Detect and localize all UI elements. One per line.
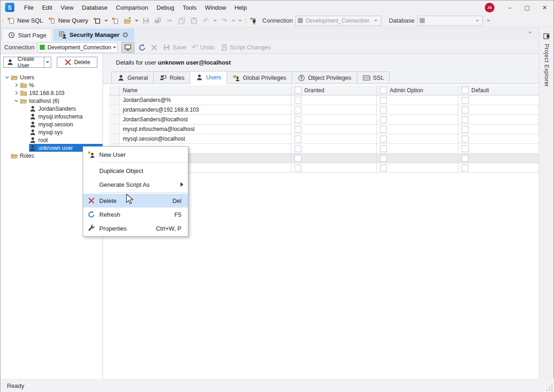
tab-start-page[interactable]: Start Page — [2, 29, 52, 41]
context-menu-item-refresh[interactable]: RefreshF5 — [83, 208, 188, 221]
minimize-button[interactable]: – — [501, 0, 518, 14]
admin-checkbox[interactable] — [380, 126, 387, 133]
default-checkbox[interactable] — [462, 145, 469, 152]
cancel-button[interactable] — [148, 42, 160, 53]
show-connection-toggle[interactable] — [121, 42, 134, 53]
menu-debug[interactable]: Debug — [152, 2, 178, 13]
admin-checkbox[interactable] — [380, 107, 387, 113]
granted-checkbox[interactable] — [295, 165, 301, 172]
tree-item-mysql-sys[interactable]: mysql.sys — [0, 128, 102, 136]
granted-checkbox[interactable] — [295, 145, 301, 152]
granted-checkbox[interactable] — [295, 136, 301, 143]
save-changes-button[interactable]: Save — [160, 43, 189, 52]
context-menu-item-delete[interactable]: DeleteDel — [83, 194, 188, 208]
menu-help[interactable]: Help — [230, 2, 251, 13]
tree-item-192-168-8-103[interactable]: 192.168.8.103 — [0, 89, 102, 97]
admin-checkbox[interactable] — [380, 145, 387, 152]
granted-checkbox[interactable] — [295, 126, 301, 133]
context-menu-item-properties[interactable]: PropertiesCtrl+W, P — [83, 221, 188, 235]
connection-bar-combo[interactable]: Development_Connection — [37, 42, 118, 53]
tab-list-dropdown-icon[interactable] — [528, 32, 532, 34]
granted-checkbox[interactable] — [295, 116, 301, 123]
undo-button[interactable]: ↶ — [200, 15, 212, 26]
admin-header-checkbox[interactable] — [380, 87, 387, 94]
admin-checkbox[interactable] — [380, 165, 387, 172]
resize-grip[interactable] — [546, 384, 553, 391]
toolbar-grip[interactable]: ⁞ — [2, 18, 3, 24]
menu-edit[interactable]: Edit — [38, 2, 56, 13]
granted-header-checkbox[interactable] — [295, 87, 301, 94]
connection-combo[interactable]: Development_Connection — [295, 16, 381, 26]
maximize-button[interactable]: ▢ — [518, 0, 536, 14]
undo-changes-button[interactable]: ↶ Undo — [189, 43, 217, 52]
tree-item-root[interactable]: root — [0, 136, 102, 144]
connection-plug-button[interactable] — [247, 15, 259, 26]
column-header-granted[interactable]: Granted — [291, 85, 377, 95]
default-checkbox[interactable] — [462, 116, 469, 123]
project-explorer-strip[interactable]: Project Explorer — [539, 27, 554, 379]
new-query-button[interactable]: New Query — [46, 16, 91, 26]
collapse-arrow-icon[interactable] — [3, 74, 11, 81]
toolbar-overflow-icon[interactable] — [238, 20, 242, 22]
menu-tools[interactable]: Tools — [178, 2, 200, 13]
copy-button[interactable] — [176, 15, 188, 26]
cut-button[interactable]: ✂ — [164, 15, 176, 26]
collapse-arrow-icon[interactable] — [12, 97, 20, 105]
context-menu-item-generate-script-as[interactable]: Generate Script As — [83, 178, 188, 191]
close-tab-icon[interactable] — [122, 32, 129, 38]
table-row[interactable]: JordanSanders@% — [109, 95, 540, 105]
new-sql-button[interactable]: New SQL — [5, 16, 46, 26]
tree-item-localhost-6[interactable]: localhost (6) — [0, 97, 102, 105]
tab-ssl[interactable]: 0101SSL — [357, 71, 390, 84]
menu-window[interactable]: Window — [201, 2, 230, 13]
database-combo[interactable] — [417, 16, 483, 26]
undo-dropdown-icon[interactable] — [213, 20, 217, 22]
default-header-checkbox[interactable] — [462, 87, 469, 94]
refresh-button[interactable] — [136, 42, 148, 53]
delete-button[interactable]: Delete — [57, 57, 97, 68]
create-user-button[interactable]: Create User — [3, 57, 51, 68]
default-checkbox[interactable] — [462, 155, 469, 162]
tree-item-jordansanders[interactable]: JordanSanders — [0, 105, 102, 113]
toolbar-grip-2[interactable]: ⁞ — [245, 18, 246, 24]
save-all-button[interactable] — [152, 15, 164, 26]
expand-arrow-icon[interactable] — [12, 82, 20, 89]
admin-checkbox[interactable] — [380, 155, 387, 162]
tab-global-privileges[interactable]: Global Privileges — [227, 71, 292, 84]
granted-checkbox[interactable] — [295, 155, 301, 162]
toolbar-overflow-2-icon[interactable] — [487, 20, 490, 22]
menu-view[interactable]: View — [56, 2, 78, 13]
expand-arrow-icon[interactable] — [12, 89, 20, 97]
open-file-dropdown-icon[interactable] — [135, 20, 138, 22]
default-checkbox[interactable] — [462, 97, 469, 104]
tree-item-mysql-session[interactable]: mysql.session — [0, 120, 102, 128]
redo-dropdown-icon[interactable] — [232, 20, 235, 22]
table-row[interactable]: jordansanders@192.168.8.103 — [109, 105, 540, 115]
tree-item-mysql-infoschema[interactable]: mysql.infoschema — [0, 113, 102, 120]
table-row[interactable]: mysql.session@localhost — [109, 134, 540, 144]
script-changes-button[interactable]: Script Changes — [217, 43, 274, 52]
column-header-default[interactable]: Default — [458, 85, 540, 95]
context-menu-item-new-user[interactable]: New User — [83, 148, 188, 161]
close-button[interactable]: ✕ — [536, 0, 554, 14]
default-checkbox[interactable] — [462, 165, 469, 172]
default-checkbox[interactable] — [462, 126, 469, 133]
column-header-admin-option[interactable]: Admin Option — [377, 85, 458, 95]
tree-item-users[interactable]: Users — [0, 73, 102, 81]
tab-general[interactable]: General — [111, 71, 153, 84]
tree-item-[interactable]: % — [0, 81, 102, 89]
create-user-dropdown[interactable] — [44, 57, 51, 67]
admin-checkbox[interactable] — [380, 97, 387, 104]
tab-users[interactable]: Users — [190, 71, 227, 84]
table-row[interactable]: mysql.infoschema@localhost — [109, 125, 540, 134]
redo-button[interactable]: ↷ — [218, 15, 230, 26]
menu-file[interactable]: File — [20, 2, 38, 13]
context-menu-item-duplicate-object[interactable]: Duplicate Object — [83, 164, 188, 178]
new-file-button[interactable] — [109, 15, 121, 26]
account-avatar[interactable]: JS — [485, 3, 494, 12]
new-document-dropdown-icon[interactable] — [104, 20, 108, 22]
menu-comparison[interactable]: Comparison — [112, 2, 152, 13]
new-document-button[interactable] — [91, 15, 103, 26]
menu-database[interactable]: Database — [78, 2, 112, 13]
paste-button[interactable] — [188, 15, 200, 26]
